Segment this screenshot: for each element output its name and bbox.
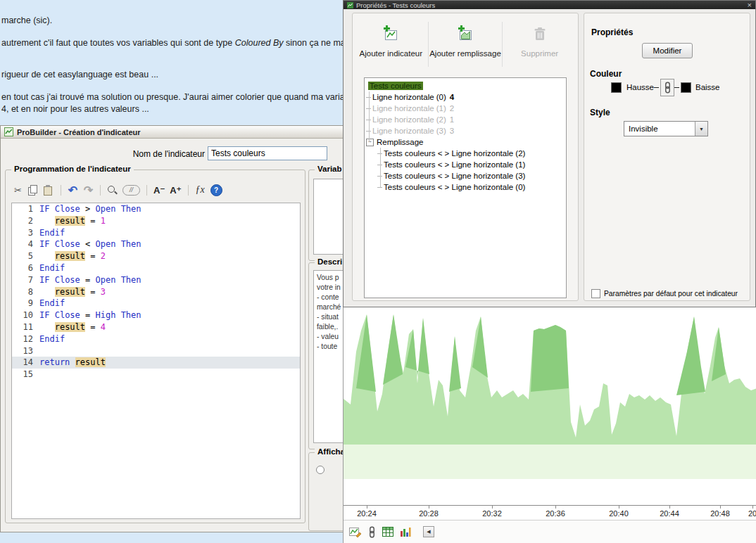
code-token: IF: [39, 310, 49, 320]
fall-color-swatch[interactable]: [681, 82, 691, 93]
style-select[interactable]: Invisible ▼: [624, 121, 708, 136]
code-token: Open: [96, 239, 116, 249]
variables-fieldset: Variab: [308, 170, 348, 261]
tree-item[interactable]: Tests couleurs < > Ligne horizontale (2): [365, 148, 566, 159]
line-number: 1: [12, 203, 39, 215]
code-token: 3: [101, 287, 106, 297]
tree-item-label: Ligne horizontale (3): [372, 127, 446, 135]
window-title: ProBuilder - Création d'indicateur: [17, 128, 141, 136]
cut-icon[interactable]: ✂: [13, 184, 23, 196]
display-option-radio[interactable]: [316, 466, 325, 474]
code-token: Endif: [39, 263, 65, 273]
price-chart[interactable]: [344, 307, 756, 505]
code-token: [39, 287, 55, 297]
code-line: 12Endif: [12, 333, 300, 345]
tree-item[interactable]: Ligne horizontale (0)4: [365, 91, 566, 103]
tree-item[interactable]: Tests couleurs < > Ligne horizontale (3): [365, 170, 566, 181]
code-token: Close: [55, 204, 80, 214]
line-number: 11: [12, 321, 39, 333]
variables-list[interactable]: [313, 179, 347, 255]
tree-item[interactable]: Ligne horizontale (2)1: [365, 114, 566, 125]
add-indicator-icon: [382, 25, 400, 44]
programming-legend: Programmation de l'indicateur: [11, 165, 134, 173]
forum-text-segment: 4, et en noir pour les autres valeurs ..…: [1, 104, 149, 114]
probuilder-titlebar[interactable]: ProBuilder - Création d'indicateur: [1, 126, 344, 139]
tree-item-label: Tests couleurs < > Ligne horizontale (3): [384, 172, 525, 180]
tree-item[interactable]: Ligne horizontale (1)2: [365, 103, 566, 114]
tree-item[interactable]: Tests couleurs: [365, 80, 566, 91]
data-table-icon[interactable]: [382, 527, 393, 537]
line-number: 9: [12, 298, 39, 309]
code-editor[interactable]: 1IF Close > Open Then2 result = 13Endif4…: [11, 203, 301, 519]
line-number: 5: [12, 250, 39, 262]
code-token: IF: [39, 204, 49, 214]
zoom-icon[interactable]: [107, 185, 118, 196]
dialog-title: Propriétés - Tests couleurs: [356, 1, 745, 9]
help-icon[interactable]: ?: [210, 184, 222, 196]
tree-item[interactable]: −Remplissage: [365, 136, 566, 148]
edit-chart-icon[interactable]: [349, 526, 362, 537]
code-token: Open: [96, 204, 116, 214]
code-text: Endif: [39, 298, 65, 309]
line-number: 3: [12, 227, 39, 239]
modify-button[interactable]: Modifier: [642, 43, 693, 58]
code-token: <: [80, 239, 96, 249]
redo-icon[interactable]: ↷: [83, 184, 94, 196]
code-token: =: [80, 275, 96, 285]
description-line: - situat: [317, 313, 345, 321]
x-axis-label: 20:28: [415, 509, 443, 518]
dialog-titlebar[interactable]: Propriétés - Tests couleurs ×: [344, 1, 755, 9]
function-icon[interactable]: ƒx: [195, 184, 206, 196]
undo-icon[interactable]: ↶: [68, 184, 78, 196]
x-axis-label: 20: [738, 509, 756, 518]
rise-color-swatch[interactable]: [611, 82, 622, 93]
tree-item-label: Tests couleurs < > Ligne horizontale (2): [384, 149, 525, 158]
link-icon[interactable]: [368, 526, 376, 538]
add-indicator-button[interactable]: Ajouter indicateur: [354, 16, 428, 74]
code-token: =: [85, 322, 101, 332]
x-axis-tick: [555, 506, 556, 509]
tree-item[interactable]: Ligne horizontale (3)3: [365, 125, 566, 136]
variables-legend: Variab: [315, 165, 345, 173]
indicators-icon[interactable]: [400, 527, 411, 537]
close-icon[interactable]: ×: [748, 1, 752, 8]
code-token: [49, 310, 54, 320]
panel-heading: Propriétés: [591, 27, 633, 37]
default-params-checkbox[interactable]: [591, 289, 600, 298]
tree-item[interactable]: Tests couleurs < > Ligne horizontale (1): [365, 159, 566, 170]
rise-label: Hausse: [626, 83, 654, 91]
code-line: 1IF Close > Open Then: [12, 203, 300, 215]
code-token: Endif: [39, 334, 65, 344]
scroll-left-button[interactable]: ◀: [423, 526, 434, 537]
dialog-icon: [347, 2, 353, 8]
line-number: 14: [12, 357, 39, 369]
collapse-icon[interactable]: −: [366, 139, 374, 146]
code-token: Then: [121, 204, 141, 214]
code-token: [39, 322, 55, 332]
tree-item[interactable]: Tests couleurs < > Ligne horizontale (0): [365, 181, 566, 193]
tree-item-value: 1: [450, 115, 454, 124]
add-fill-button[interactable]: Ajouter remplissage: [429, 16, 503, 74]
add-indicator-label: Ajouter indicateur: [360, 49, 423, 58]
line-number: 7: [12, 274, 39, 286]
code-token: return: [39, 357, 70, 367]
forum-line: rigueur de cet easylanguage est beau ...: [1, 70, 158, 79]
trash-icon: [531, 25, 549, 44]
font-increase-icon[interactable]: A⁺: [170, 184, 181, 196]
forum-line: autrement c'il faut que toutes vos varia…: [1, 38, 353, 48]
code-token: [115, 310, 120, 320]
x-axis-tick: [752, 506, 753, 509]
editor-toolbar: ✂↶↷//A⁻A⁺ƒx?: [13, 181, 298, 198]
code-text: result = 4: [39, 321, 106, 333]
comment-icon[interactable]: //: [122, 185, 140, 196]
delete-button[interactable]: Supprimer: [503, 16, 577, 74]
paste-icon[interactable]: [44, 185, 54, 195]
indicator-name-label: Nom de l'indicateur: [119, 149, 205, 159]
code-token: [49, 275, 54, 285]
font-decrease-icon[interactable]: A⁻: [153, 184, 165, 196]
screen: marche (sic).autrement c'il faut que tou…: [0, 0, 756, 543]
code-text: return result: [39, 357, 106, 369]
indicator-name-input[interactable]: [208, 146, 327, 160]
copy-icon[interactable]: [28, 185, 39, 195]
link-colors-toggle[interactable]: [660, 79, 674, 96]
